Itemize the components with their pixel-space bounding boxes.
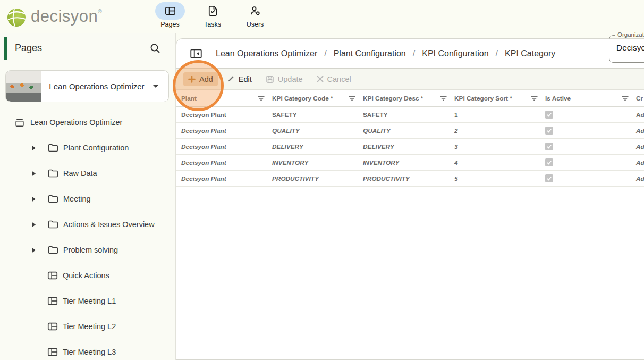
tree-item-problem-solving[interactable]: Problem solving [0,237,175,263]
search-icon[interactable] [149,41,163,55]
project-selector[interactable]: Lean Operations Optimizer [5,70,169,102]
sidebar-header: Pages [0,33,175,64]
cell-plant: Decisyon Plant [181,175,272,182]
update-button[interactable]: Update [261,72,308,86]
pencil-icon [227,75,235,83]
tree-item-meeting[interactable]: Meeting [0,186,175,212]
cell-kpi-category-sort: 2 [454,127,545,135]
cell-created-by: Ad [636,127,644,135]
column-header-kpi-category-code[interactable]: KPI Category Code * [272,95,363,102]
tree-item-quick-actions[interactable]: Quick Actions [0,263,175,288]
plus-icon [188,76,196,83]
cell-plant: Decisyon Plant [181,127,272,135]
column-header-is-active[interactable]: Is Active [545,95,636,102]
add-button-label: Add [199,75,213,83]
chevron-down-icon[interactable] [152,85,159,88]
collapse-sidebar-icon[interactable] [189,46,204,61]
nav-item-users[interactable]: Users [238,2,272,28]
cell-kpi-category-desc: DELIVERY [363,143,454,150]
table-row[interactable]: Decisyon Plant INVENTORY INVENTORY 4 Ad [176,155,644,171]
organization-label: Organizat [615,31,644,38]
folder-icon [47,193,59,205]
table-row[interactable]: Decisyon Plant SAFETY SAFETY 1 Ad [176,107,644,123]
is-active-checkbox[interactable] [545,111,553,119]
main-panel: Lean Operations Optimizer / Plant Config… [176,38,644,360]
pages-icon [155,2,185,20]
sidebar-tree: Lean Operations Optimizer [0,110,175,360]
breadcrumb-item-app[interactable]: Lean Operations Optimizer [216,49,317,58]
sidebar-title: Pages [15,43,42,54]
nav-label-pages: Pages [160,21,179,28]
is-active-checkbox[interactable] [545,158,553,166]
column-header-plant[interactable]: Plant [181,95,272,102]
table-row[interactable]: Decisyon Plant DELIVERY DELIVERY 3 Ad [176,139,644,155]
cancel-button-label: Cancel [327,75,351,83]
column-header-created[interactable]: Cr [636,95,644,102]
logo-text: decisyon [31,5,98,28]
filter-icon[interactable] [258,96,265,101]
tree-item-tier-meeting-l2[interactable]: Tier Meeting L2 [0,314,175,339]
tree-item-label: Quick Actions [63,271,109,280]
project-name: Lean Operations Optimizer [41,82,152,91]
cell-plant: Decisyon Plant [181,143,272,150]
tree-item-lean-operations-optimizer[interactable]: Lean Operations Optimizer [0,110,175,135]
filter-icon[interactable] [531,96,538,101]
tree-item-tier-meeting-l1[interactable]: Tier Meeting L1 [0,288,175,314]
project-root-icon [14,116,26,128]
column-header-kpi-category-sort[interactable]: KPI Category Sort * [454,95,545,102]
tree-item-label: Plant Configuration [63,144,129,152]
cancel-button[interactable]: Cancel [312,72,356,86]
add-button[interactable]: Add [183,72,218,86]
page-icon [47,295,58,307]
nav-item-pages[interactable]: Pages [153,2,187,28]
project-thumbnail [6,71,41,102]
nav-item-tasks[interactable]: Tasks [196,2,230,28]
nav-label-users: Users [247,21,264,28]
is-active-checkbox[interactable] [545,143,553,150]
filter-icon[interactable] [622,96,629,101]
tree-item-label: Meeting [63,195,91,203]
cell-kpi-category-code: PRODUCTIVITY [272,175,363,182]
accent-bar [4,37,7,60]
cell-created-by: Ad [636,175,644,182]
table-row[interactable]: Decisyon Plant QUALITY QUALITY 2 Ad [176,123,644,139]
folder-icon [47,244,59,256]
sidebar: Pages Lean Operations Optimizer [0,33,176,360]
topbar: decisyon ® Pages Tasks [0,0,644,33]
breadcrumb-item-kpi-configuration[interactable]: KPI Configuration [422,49,488,58]
chevron-right-icon[interactable] [31,171,36,177]
tree-item-actions-issues-overview[interactable]: Actions & Issues Overview [0,212,175,237]
cell-kpi-category-desc: INVENTORY [363,159,454,166]
app-logo[interactable]: decisyon ® [5,5,102,28]
save-icon [266,75,274,83]
page-icon [47,270,58,281]
organization-select[interactable]: Organizat Decisyo [609,35,644,63]
tree-item-plant-configuration[interactable]: Plant Configuration [0,135,175,161]
tree-item-tier-meeting-l3[interactable]: Tier Meeting L3 [0,339,175,360]
edit-button[interactable]: Edit [222,72,257,86]
breadcrumb-item-plant-configuration[interactable]: Plant Configuration [334,49,406,58]
breadcrumb-separator: / [324,49,326,58]
is-active-checkbox[interactable] [545,174,553,182]
main-nav: Pages Tasks Users [153,2,272,28]
tree-item-label: Tier Meeting L1 [63,297,116,305]
chevron-right-icon[interactable] [31,145,36,151]
logo-reg-mark: ® [98,9,101,14]
cell-kpi-category-code: DELIVERY [272,143,363,150]
cell-created-by: Ad [636,111,644,119]
filter-icon[interactable] [440,96,447,101]
tree-item-raw-data[interactable]: Raw Data [0,161,175,186]
page-icon [47,346,58,358]
filter-icon[interactable] [349,96,355,101]
organization-value: Decisyo [616,43,644,53]
chevron-right-icon[interactable] [31,247,36,253]
chevron-right-icon[interactable] [31,196,36,202]
chevron-right-icon[interactable] [31,222,36,228]
column-header-kpi-category-desc[interactable]: KPI Category Desc * [363,95,454,102]
cell-kpi-category-desc: QUALITY [363,127,454,135]
table-row[interactable]: Decisyon Plant PRODUCTIVITY PRODUCTIVITY… [176,171,644,187]
cell-kpi-category-code: SAFETY [272,111,363,119]
cell-created-by: Ad [636,159,644,166]
is-active-checkbox[interactable] [545,127,553,135]
breadcrumb-item-kpi-category[interactable]: KPI Category [505,49,555,58]
